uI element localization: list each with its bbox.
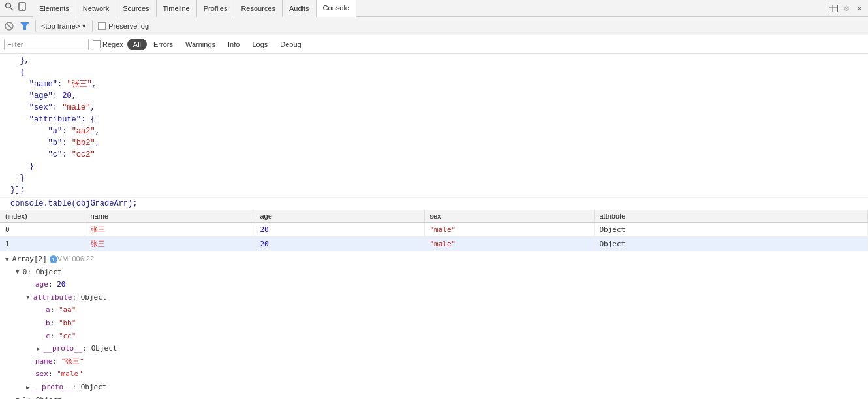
cell-name-0: 张三 xyxy=(85,223,255,237)
tri-attr-icon: ▼ xyxy=(26,293,33,302)
regex-checkbox[interactable] xyxy=(93,40,101,48)
svg-rect-4 xyxy=(829,5,838,12)
key-name: name xyxy=(35,356,53,368)
preserve-log-label[interactable]: Preserve log xyxy=(98,22,149,30)
frame-selector[interactable]: <top frame> ▼ xyxy=(41,22,87,30)
tree-item-proto-attr-0[interactable]: ▶ __proto__: Object xyxy=(0,342,868,355)
filter-btn-all[interactable]: All xyxy=(127,39,147,50)
filter-bar: Regex All Errors Warnings Info Logs Debu… xyxy=(0,35,868,54)
close-icon[interactable]: ✕ xyxy=(854,3,865,14)
filter-buttons: All Errors Warnings Info Logs Debug xyxy=(127,39,307,50)
filter-input[interactable] xyxy=(4,39,89,50)
cell-sex-1: "male" xyxy=(424,237,594,251)
tree-array-root[interactable]: ▼ Array[2] i VM1006:22 xyxy=(0,253,868,266)
item-0-label: 0: Object xyxy=(23,266,62,278)
cell-attr-0: Object xyxy=(594,223,868,237)
separator-2 xyxy=(92,20,93,32)
filter-btn-warnings[interactable]: Warnings xyxy=(179,39,221,50)
tab-sources[interactable]: Sources xyxy=(116,0,156,17)
preserve-log-text: Preserve log xyxy=(108,22,149,30)
frame-dropdown-icon: ▼ xyxy=(81,23,87,29)
code-line-4: "age": 20, xyxy=(10,90,868,102)
code-line-5: "sex": "male", xyxy=(10,102,868,114)
filter-btn-info[interactable]: Info xyxy=(222,39,245,50)
val-age-0: 20 xyxy=(57,279,65,291)
tree-item-proto-0[interactable]: ▶ __proto__: Object xyxy=(0,381,868,394)
separator-1 xyxy=(35,20,36,32)
col-age: age xyxy=(255,210,424,223)
tri-open-icon: ▼ xyxy=(5,255,12,264)
svg-marker-9 xyxy=(20,22,29,30)
filter-btn-errors[interactable]: Errors xyxy=(147,39,179,50)
filter-btn-logs[interactable]: Logs xyxy=(246,39,273,50)
filter-icon[interactable] xyxy=(20,21,30,31)
filter-btn-debug[interactable]: Debug xyxy=(274,39,307,50)
tab-timeline[interactable]: Timeline xyxy=(157,0,197,17)
top-right-icons: ⚙ ✕ xyxy=(828,3,865,14)
svg-line-1 xyxy=(10,8,13,10)
colon-b: : xyxy=(50,317,59,329)
settings-icon[interactable]: ⚙ xyxy=(841,3,852,14)
colon-attribute: : Object xyxy=(72,292,106,304)
mobile-icon[interactable] xyxy=(16,0,29,13)
tree-item-attribute-0[interactable]: ▼ attribute: Object xyxy=(0,291,868,304)
top-nav-bar: Elements Network Sources Timeline Profil… xyxy=(0,0,868,17)
colon-age: : xyxy=(48,279,57,291)
tab-profiles[interactable]: Profiles xyxy=(197,0,235,17)
array-label: Array[2] xyxy=(12,253,47,265)
colon-sex: : xyxy=(48,368,57,380)
dock-icon[interactable] xyxy=(828,3,839,14)
svg-point-0 xyxy=(6,3,11,8)
colon-a: : xyxy=(50,304,59,316)
cell-name-1: 张三 xyxy=(85,237,255,251)
colon-name: : xyxy=(53,356,61,368)
key-b: b xyxy=(46,317,50,329)
tree-item-a: a: "aa" xyxy=(0,304,868,317)
code-line-11: } xyxy=(10,172,868,184)
tab-resources[interactable]: Resources xyxy=(234,0,283,17)
cell-sex-0: "male" xyxy=(424,223,594,237)
tri-proto-0-icon: ▶ xyxy=(26,383,33,392)
tree-item-1-object[interactable]: ▼ 1: Object xyxy=(0,394,868,399)
table-header-row: (index) name age sex attribute xyxy=(0,210,868,223)
code-line-3: "name": "张三", xyxy=(10,78,868,90)
tree-item-age-0: age: 20 xyxy=(0,278,868,291)
tri-0-icon: ▼ xyxy=(16,267,23,276)
key-a: a xyxy=(46,304,50,316)
console-toolbar: <top frame> ▼ Preserve log xyxy=(0,17,868,35)
code-line-10: } xyxy=(10,161,868,172)
cell-age-1: 20 xyxy=(255,237,424,251)
val-c: "cc" xyxy=(59,330,76,342)
col-sex: sex xyxy=(424,210,594,223)
tree-item-0-object[interactable]: ▼ 0: Object xyxy=(0,266,868,279)
tab-console[interactable]: Console xyxy=(317,0,356,17)
colon-c: : xyxy=(50,330,59,342)
code-line-12: }]; xyxy=(10,184,868,196)
regex-label[interactable]: Regex xyxy=(93,40,123,48)
tree-item-sex-0: sex: "male" xyxy=(0,368,868,381)
col-attribute: attribute xyxy=(594,210,868,223)
val-a: "aa" xyxy=(59,304,76,316)
preserve-log-checkbox[interactable] xyxy=(98,22,106,30)
table-row[interactable]: 1 张三 20 "male" Object xyxy=(0,237,868,251)
code-line-6: "attribute": { xyxy=(10,114,868,125)
search-icon[interactable] xyxy=(3,0,16,13)
console-command-line: console.table(objGradeArr); xyxy=(0,198,868,210)
tree-view: ▼ Array[2] i VM1006:22 ▼ 0: Object age: … xyxy=(0,251,868,399)
cell-index-1: 1 xyxy=(0,237,85,251)
tab-elements[interactable]: Elements xyxy=(33,0,76,17)
clear-console-icon[interactable] xyxy=(4,21,14,31)
svg-point-3 xyxy=(22,8,22,9)
tab-audits[interactable]: Audits xyxy=(283,0,317,17)
cell-age-0: 20 xyxy=(255,223,424,237)
key-proto-attr: __proto__ xyxy=(44,343,83,355)
table-container: (index) name age sex attribute 0 张三 20 "… xyxy=(0,210,868,251)
table-row[interactable]: 0 张三 20 "male" Object xyxy=(0,223,868,237)
tri-1-icon: ▼ xyxy=(16,395,23,399)
console-output: }, { "name": "张三", "age": 20, "sex": "ma… xyxy=(0,54,868,399)
tree-item-name-0: name: "张三" xyxy=(0,355,868,368)
tab-network[interactable]: Network xyxy=(76,0,116,17)
svg-line-8 xyxy=(7,24,12,29)
item-1-label: 1: Object xyxy=(23,394,62,399)
val-b: "bb" xyxy=(59,317,76,329)
